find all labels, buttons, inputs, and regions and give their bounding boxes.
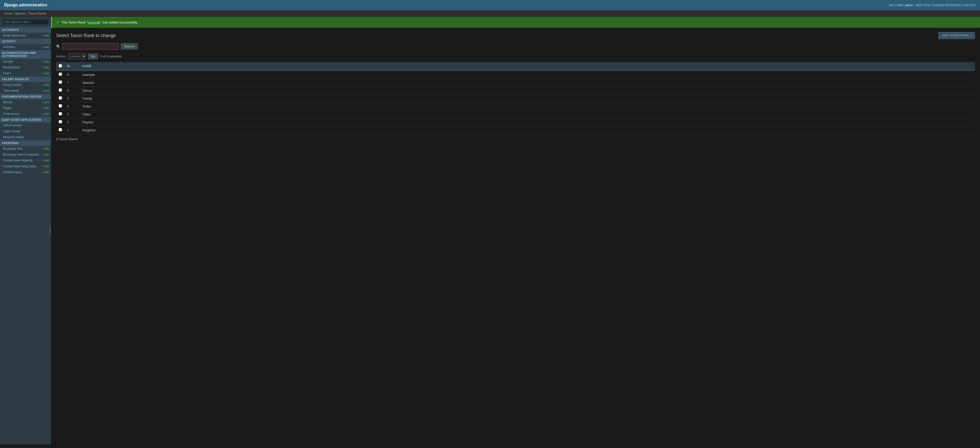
- context-layers-add-link[interactable]: + Add: [42, 171, 49, 174]
- group-results-link[interactable]: Group results: [3, 83, 21, 86]
- add-taxon-rank-button[interactable]: ADD TAXON RANK +: [939, 32, 975, 39]
- row-id-link[interactable]: 5: [67, 97, 69, 100]
- success-item-link[interactable]: example: [88, 21, 100, 24]
- section-header-auth: AUTHENTICATION AND AUTHORIZATION: [0, 50, 51, 59]
- selected-count: 0 of 8 selected: [100, 54, 122, 58]
- row-checkbox[interactable]: [59, 73, 62, 76]
- row-checkbox[interactable]: [59, 96, 62, 100]
- blocks-link[interactable]: Blocks: [3, 100, 12, 104]
- breadcrumb-species[interactable]: Species: [15, 12, 26, 15]
- taxon-ranks-table: ID NAME 8 example 7 Species: [56, 62, 975, 134]
- go-button[interactable]: Go: [88, 53, 98, 59]
- section-header-audit: EASY AUDIT APPLICATION: [0, 117, 51, 123]
- boundary-files-add-link[interactable]: + Add: [42, 147, 49, 150]
- email-addresses-add-link[interactable]: + Add: [42, 34, 49, 37]
- row-id-link[interactable]: 4: [67, 104, 69, 108]
- blocks-add-link[interactable]: + Add: [42, 100, 49, 104]
- section-header-accounts: ACCOUNTS: [0, 27, 51, 33]
- sidebar-toggle-button[interactable]: «: [49, 227, 51, 234]
- row-id-link[interactable]: 6: [67, 89, 69, 92]
- action-label: Action:: [56, 54, 66, 58]
- row-id-link[interactable]: 8: [67, 73, 69, 77]
- row-checkbox[interactable]: [59, 80, 62, 84]
- crud-events-link[interactable]: CRUD events: [3, 124, 22, 127]
- select-all-checkbox[interactable]: [59, 64, 62, 67]
- preferences-link[interactable]: Preferences: [3, 112, 20, 116]
- sidebar-item-context-layers: Context layers + Add: [0, 169, 51, 175]
- boundary-search-add-link[interactable]: + Add: [42, 153, 49, 156]
- context-layers-link[interactable]: Context layers: [3, 171, 23, 174]
- context-layer-tiling-add-link[interactable]: + Add: [42, 165, 49, 168]
- row-checkbox-cell: [56, 79, 65, 86]
- table-row: 1 Kingdom: [56, 126, 975, 134]
- groups-link[interactable]: Groups: [3, 60, 13, 63]
- boundary-search-link[interactable]: Boundary search requests: [3, 153, 39, 156]
- users-add-link[interactable]: + Add: [42, 72, 49, 75]
- sidebar-section-auth: AUTHENTICATION AND AUTHORIZATION Groups …: [0, 50, 51, 77]
- row-id-link[interactable]: 1: [67, 128, 69, 132]
- row-name: example: [80, 70, 975, 79]
- task-results-link[interactable]: Task results: [3, 89, 19, 92]
- table-row: 8 example: [56, 70, 975, 79]
- pages-add-link[interactable]: + Add: [42, 107, 49, 110]
- preferences-add-link[interactable]: + Add: [42, 112, 49, 115]
- boundary-files-link[interactable]: Boundary files: [3, 147, 22, 150]
- welcome-text: WELCOME,: [889, 3, 904, 6]
- row-checkbox[interactable]: [59, 112, 62, 115]
- row-checkbox[interactable]: [59, 88, 62, 92]
- row-checkbox[interactable]: [59, 128, 62, 131]
- row-id-link[interactable]: 7: [67, 81, 69, 84]
- search-button[interactable]: Search: [121, 43, 138, 49]
- success-icon: ✔: [56, 20, 59, 25]
- context-layer-tiling-link[interactable]: Context layer tiling tasks: [3, 164, 36, 168]
- row-id-link[interactable]: 2: [67, 120, 69, 124]
- row-name: Genus: [80, 86, 975, 94]
- groups-add-link[interactable]: + Add: [42, 60, 49, 63]
- row-name: Family: [80, 94, 975, 102]
- breadcrumb-home[interactable]: Home: [4, 12, 12, 15]
- email-addresses-link[interactable]: Email addresses: [3, 34, 26, 37]
- action-select[interactable]: --------: [68, 53, 86, 59]
- row-checkbox[interactable]: [59, 120, 62, 123]
- sidebar-item-login-events: Login events: [0, 129, 51, 134]
- permissions-link[interactable]: Permissions: [3, 65, 20, 69]
- page-title: Select Taxon Rank to change: [56, 33, 116, 38]
- context-layer-legends-add-link[interactable]: + Add: [42, 159, 49, 162]
- main-content: ✔ The Taxon Rank "example" was added suc…: [51, 17, 980, 445]
- sidebar-filter-input[interactable]: [2, 19, 49, 25]
- row-id: 3: [65, 110, 80, 118]
- table-row: 5 Family: [56, 94, 975, 102]
- row-id-link[interactable]: 3: [67, 112, 69, 116]
- sidebar-section-activity: ACTIVITY Activities + Add: [0, 38, 51, 50]
- breadcrumb-current: Taxon Ranks: [29, 12, 46, 15]
- row-checkbox[interactable]: [59, 104, 62, 108]
- login-events-link[interactable]: Login events: [3, 129, 21, 133]
- row-id: 8: [65, 70, 80, 79]
- view-site-link[interactable]: VIEW SITE: [915, 3, 930, 6]
- pages-link[interactable]: Pages: [3, 106, 12, 110]
- log-out-link[interactable]: LOG OUT: [963, 3, 976, 6]
- row-id: 7: [65, 79, 80, 86]
- task-results-add-link[interactable]: + Add: [42, 89, 49, 92]
- users-link[interactable]: Users: [3, 72, 11, 75]
- th-id[interactable]: ID: [65, 62, 80, 70]
- sidebar: « ACCOUNTS Email addresses + Add ACTIVIT…: [0, 17, 51, 445]
- search-input[interactable]: [62, 43, 119, 49]
- sidebar-item-crud-events: CRUD events: [0, 123, 51, 129]
- sidebar-item-boundary-files: Boundary files + Add: [0, 146, 51, 152]
- request-events-link[interactable]: Request events: [3, 136, 24, 139]
- context-layer-legends-link[interactable]: Context layer legends: [3, 159, 33, 162]
- row-id: 6: [65, 86, 80, 94]
- row-id: 5: [65, 94, 80, 102]
- group-results-add-link[interactable]: + Add: [42, 83, 49, 86]
- change-password-link[interactable]: CHANGE PASSWORD: [932, 3, 961, 6]
- activities-link[interactable]: Activities: [3, 45, 15, 49]
- permissions-add-link[interactable]: + Add: [42, 66, 49, 69]
- row-name: Class: [80, 110, 975, 118]
- sidebar-item-context-layer-tiling: Context layer tiling tasks + Add: [0, 163, 51, 169]
- activities-add-link[interactable]: + Add: [42, 45, 49, 48]
- th-name[interactable]: NAME: [80, 62, 975, 70]
- table-row: 7 Species: [56, 79, 975, 86]
- row-name: Kingdom: [80, 126, 975, 134]
- sidebar-section-docs: DOCUMENTATION CENTER Blocks + Add Pages …: [0, 94, 51, 117]
